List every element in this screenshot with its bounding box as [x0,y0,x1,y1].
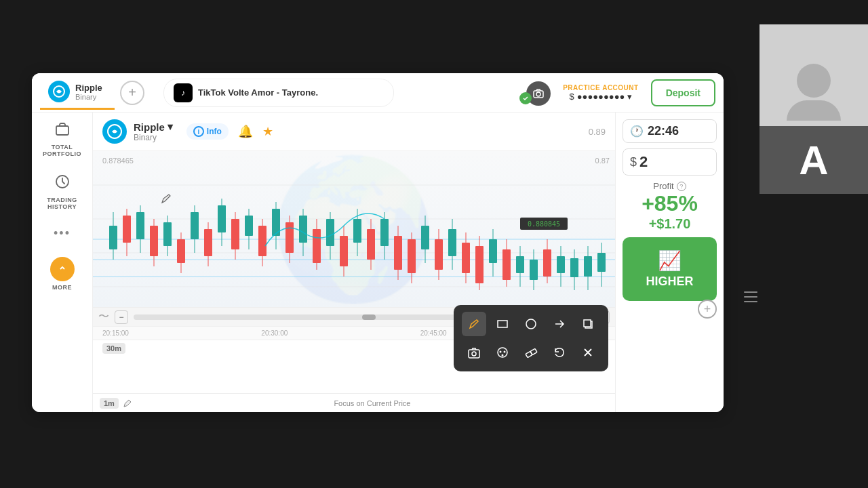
bell-icon[interactable]: 🔔 [238,124,253,139]
svg-rect-31 [218,205,226,232]
svg-rect-63 [435,239,443,270]
svg-rect-79 [543,249,551,277]
svg-rect-23 [163,222,172,246]
wave-icon: 〜 [98,310,109,324]
svg-rect-25 [177,239,185,263]
circle-tool[interactable] [519,312,543,336]
svg-rect-29 [204,229,212,256]
svg-rect-53 [367,229,375,260]
star-icon[interactable]: ★ [262,124,273,139]
practice-account: PRACTICE ACCOUNT $ ●●●●●●●●● ▾ [563,84,639,102]
palette-tool[interactable] [490,340,515,365]
line-2 [744,296,757,298]
timeframe-1m[interactable]: 1m [100,398,119,409]
pencil-area [161,193,172,207]
user-initial: A [760,126,868,194]
add-tab-button[interactable]: + [120,81,144,105]
avatar-head [797,64,831,98]
asset-tab[interactable]: Ripple Binary [40,75,115,110]
practice-label: PRACTICE ACCOUNT [563,84,639,92]
help-icon[interactable]: ? [677,182,686,191]
svg-rect-19 [136,212,144,239]
arrow-tool[interactable] [547,312,572,336]
pencil-icon[interactable] [123,399,132,408]
user-panel: A [760,24,868,194]
svg-rect-90 [498,321,507,327]
svg-rect-17 [123,216,131,243]
current-price: 0.89 [589,127,606,137]
clock-icon: 🕐 [630,125,644,138]
asset-type-tab: Binary [75,93,102,101]
svg-rect-85 [584,256,592,277]
trading-panel: Ripple Binary + ♪ TikTok Volte Amor - Ta… [32,73,724,412]
svg-rect-21 [150,226,158,256]
svg-point-2 [536,92,540,96]
higher-button[interactable]: 📈 HIGHER [623,237,717,301]
higher-label: HIGHER [646,274,693,289]
time-2: 20:30:00 [261,329,288,337]
svg-rect-87 [597,253,606,272]
sidebar-item-portfolio[interactable]: TOTALPORTFOLIO [43,121,81,157]
svg-rect-69 [475,246,484,283]
asset-header: Ripple ▾ Binary i Info 🔔 ★ 0.89 [93,113,615,151]
briefcase-icon [54,121,71,141]
drawing-toolbar [454,305,608,371]
amount-display: $ 2 [623,148,717,176]
scroll-minus[interactable]: − [115,310,128,324]
asset-full-name: Ripple ▾ [134,121,173,133]
rectangle-tool[interactable] [490,312,515,336]
more-circle-icon [50,257,75,281]
add-position-button[interactable]: + [698,300,717,319]
timeframe-30m[interactable]: 30m [102,343,125,354]
svg-rect-57 [394,236,402,270]
resize-handle[interactable] [744,291,757,302]
sidebar-item-more-btn[interactable]: MORE [50,257,75,291]
tiktok-notification: ♪ TikTok Volte Amor - Tayrone. [163,79,394,107]
svg-rect-41 [285,222,294,253]
sidebar-item-more[interactable]: ••• [54,226,71,241]
svg-rect-67 [462,243,470,273]
line-1 [744,291,757,293]
eraser-tool[interactable] [519,340,543,365]
avatar-shoulders [787,100,841,121]
practice-balance: $ ●●●●●●●●● ▾ [569,92,632,102]
svg-rect-81 [557,256,565,273]
chart-canvas: 🌍 0.878465 0.87 [93,151,615,307]
close-tool[interactable] [576,340,600,365]
asset-subtype-header: Binary [134,133,173,142]
svg-point-95 [472,352,476,356]
svg-rect-73 [502,249,511,280]
svg-rect-51 [353,219,361,243]
deposit-button[interactable]: Deposit [651,79,715,106]
svg-rect-43 [299,216,307,243]
profit-section: Profit ? +85% +$1.70 [623,181,717,232]
undo-tool[interactable] [547,340,572,365]
svg-point-99 [502,354,504,357]
more-dots-icon: ••• [54,226,71,241]
dropdown-arrow[interactable]: ▾ [627,92,632,102]
time-1: 20:15:00 [102,329,129,337]
camera-tool[interactable] [462,340,486,365]
amount-value: 2 [639,153,648,171]
info-button[interactable]: i Info [186,123,229,140]
chart-up-icon: 📈 [658,249,682,272]
asset-name-header: Ripple [134,121,165,133]
svg-rect-77 [530,260,538,280]
svg-rect-94 [469,350,479,358]
dropdown-chevron[interactable]: ▾ [167,121,173,133]
info-icon: i [193,126,204,137]
ripple-icon [48,81,70,102]
svg-point-91 [526,319,536,329]
svg-rect-59 [408,239,416,273]
asset-actions: i Info 🔔 ★ [186,123,273,140]
check-badge [519,92,532,104]
copy-tool[interactable] [576,312,600,336]
profit-text: Profit [653,181,673,191]
svg-rect-55 [380,219,389,246]
sidebar-item-history[interactable]: TRADINGHISTORY [47,174,77,210]
pen-tool[interactable] [462,312,486,336]
svg-rect-45 [313,229,321,263]
svg-point-98 [504,351,506,353]
profit-percent: +85% [623,191,717,216]
line-3 [744,301,757,302]
